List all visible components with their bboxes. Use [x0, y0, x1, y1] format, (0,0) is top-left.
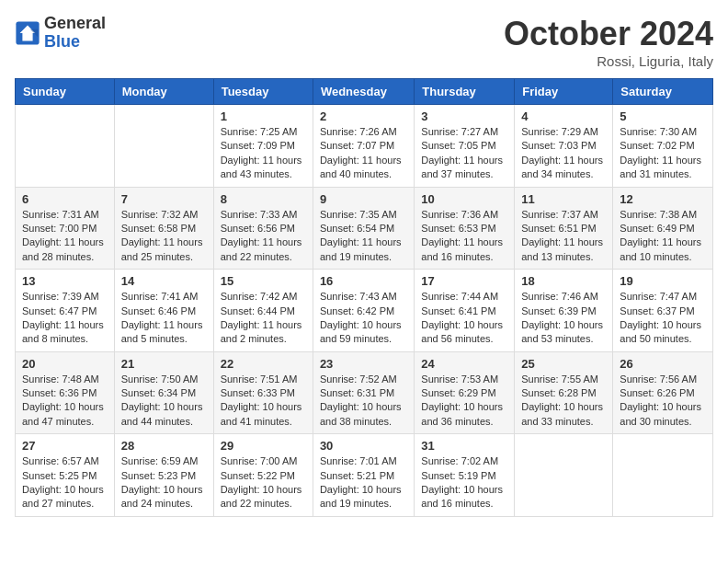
- cell-content: Sunrise: 7:02 AMSunset: 5:19 PMDaylight:…: [421, 454, 507, 511]
- calendar-week-row: 13Sunrise: 7:39 AMSunset: 6:47 PMDayligh…: [16, 270, 713, 352]
- day-number: 29: [221, 439, 306, 453]
- day-number: 3: [421, 109, 507, 123]
- calendar-week-row: 27Sunrise: 6:57 AMSunset: 5:25 PMDayligh…: [16, 434, 713, 517]
- column-header-friday: Friday: [515, 79, 613, 105]
- day-number: 2: [320, 109, 407, 123]
- calendar-cell: 21Sunrise: 7:50 AMSunset: 6:34 PMDayligh…: [114, 351, 213, 434]
- location: Rossi, Liguria, Italy: [504, 53, 713, 69]
- cell-content: Sunrise: 7:44 AMSunset: 6:41 PMDaylight:…: [421, 290, 507, 347]
- calendar-week-row: 20Sunrise: 7:48 AMSunset: 6:36 PMDayligh…: [16, 351, 713, 434]
- cell-content: Sunrise: 7:32 AMSunset: 6:58 PMDaylight:…: [121, 208, 207, 265]
- cell-content: Sunrise: 7:39 AMSunset: 6:47 PMDaylight:…: [22, 290, 108, 347]
- day-number: 25: [521, 357, 606, 371]
- calendar-cell: 12Sunrise: 7:38 AMSunset: 6:49 PMDayligh…: [613, 187, 713, 270]
- cell-content: Sunrise: 7:53 AMSunset: 6:29 PMDaylight:…: [421, 373, 507, 430]
- cell-content: Sunrise: 7:30 AMSunset: 7:02 PMDaylight:…: [620, 125, 706, 182]
- day-number: 22: [221, 357, 306, 371]
- calendar-cell: 27Sunrise: 6:57 AMSunset: 5:25 PMDayligh…: [16, 434, 115, 517]
- day-number: 7: [121, 192, 207, 206]
- calendar-cell: 23Sunrise: 7:52 AMSunset: 6:31 PMDayligh…: [313, 351, 414, 434]
- logo-text: General Blue: [44, 15, 106, 52]
- calendar-cell: 17Sunrise: 7:44 AMSunset: 6:41 PMDayligh…: [415, 270, 515, 352]
- logo: General Blue: [15, 15, 106, 52]
- day-number: 9: [320, 192, 407, 206]
- calendar-cell: 24Sunrise: 7:53 AMSunset: 6:29 PMDayligh…: [415, 351, 515, 434]
- day-number: 20: [22, 357, 108, 371]
- cell-content: Sunrise: 7:56 AMSunset: 6:26 PMDaylight:…: [620, 373, 706, 430]
- calendar-cell: 4Sunrise: 7:29 AMSunset: 7:03 PMDaylight…: [515, 105, 613, 188]
- calendar-cell: 22Sunrise: 7:51 AMSunset: 6:33 PMDayligh…: [213, 351, 313, 434]
- day-number: 6: [22, 192, 108, 206]
- cell-content: Sunrise: 7:38 AMSunset: 6:49 PMDaylight:…: [620, 208, 706, 265]
- calendar-cell: 2Sunrise: 7:26 AMSunset: 7:07 PMDaylight…: [313, 105, 414, 188]
- day-number: 19: [620, 274, 706, 288]
- calendar-week-row: 6Sunrise: 7:31 AMSunset: 7:00 PMDaylight…: [16, 187, 713, 270]
- calendar-cell: 3Sunrise: 7:27 AMSunset: 7:05 PMDaylight…: [415, 105, 515, 188]
- title-section: October 2024 Rossi, Liguria, Italy: [504, 15, 713, 69]
- day-number: 17: [421, 274, 507, 288]
- calendar-cell: 8Sunrise: 7:33 AMSunset: 6:56 PMDaylight…: [213, 187, 313, 270]
- day-number: 10: [421, 192, 507, 206]
- day-number: 21: [121, 357, 207, 371]
- cell-content: Sunrise: 7:00 AMSunset: 5:22 PMDaylight:…: [221, 454, 306, 511]
- day-number: 28: [121, 439, 207, 453]
- calendar-cell: 16Sunrise: 7:43 AMSunset: 6:42 PMDayligh…: [313, 270, 414, 352]
- calendar-cell: [114, 105, 213, 188]
- cell-content: Sunrise: 7:41 AMSunset: 6:46 PMDaylight:…: [121, 290, 207, 347]
- cell-content: Sunrise: 6:57 AMSunset: 5:25 PMDaylight:…: [22, 454, 108, 511]
- cell-content: Sunrise: 7:36 AMSunset: 6:53 PMDaylight:…: [421, 208, 507, 265]
- day-number: 27: [22, 439, 108, 453]
- cell-content: Sunrise: 7:25 AMSunset: 7:09 PMDaylight:…: [221, 125, 306, 182]
- day-number: 23: [320, 357, 407, 371]
- calendar-cell: 31Sunrise: 7:02 AMSunset: 5:19 PMDayligh…: [415, 434, 515, 517]
- calendar-cell: 28Sunrise: 6:59 AMSunset: 5:23 PMDayligh…: [114, 434, 213, 517]
- calendar-cell: 20Sunrise: 7:48 AMSunset: 6:36 PMDayligh…: [16, 351, 115, 434]
- calendar-table: SundayMondayTuesdayWednesdayThursdayFrid…: [15, 78, 713, 517]
- calendar-cell: 5Sunrise: 7:30 AMSunset: 7:02 PMDaylight…: [613, 105, 713, 188]
- logo-blue-text: Blue: [44, 33, 106, 52]
- cell-content: Sunrise: 7:47 AMSunset: 6:37 PMDaylight:…: [620, 290, 706, 347]
- calendar-week-row: 1Sunrise: 7:25 AMSunset: 7:09 PMDaylight…: [16, 105, 713, 188]
- calendar-cell: 29Sunrise: 7:00 AMSunset: 5:22 PMDayligh…: [213, 434, 313, 517]
- column-header-tuesday: Tuesday: [213, 79, 313, 105]
- day-number: 15: [221, 274, 306, 288]
- cell-content: Sunrise: 7:35 AMSunset: 6:54 PMDaylight:…: [320, 208, 407, 265]
- column-header-thursday: Thursday: [415, 79, 515, 105]
- calendar-header-row: SundayMondayTuesdayWednesdayThursdayFrid…: [16, 79, 713, 105]
- cell-content: Sunrise: 7:48 AMSunset: 6:36 PMDaylight:…: [22, 373, 108, 430]
- day-number: 8: [221, 192, 306, 206]
- calendar-cell: 15Sunrise: 7:42 AMSunset: 6:44 PMDayligh…: [213, 270, 313, 352]
- day-number: 1: [221, 109, 306, 123]
- calendar-cell: 6Sunrise: 7:31 AMSunset: 7:00 PMDaylight…: [16, 187, 115, 270]
- cell-content: Sunrise: 7:26 AMSunset: 7:07 PMDaylight:…: [320, 125, 407, 182]
- cell-content: Sunrise: 7:31 AMSunset: 7:00 PMDaylight:…: [22, 208, 108, 265]
- cell-content: Sunrise: 7:51 AMSunset: 6:33 PMDaylight:…: [221, 373, 306, 430]
- cell-content: Sunrise: 7:29 AMSunset: 7:03 PMDaylight:…: [521, 125, 606, 182]
- calendar-cell: 14Sunrise: 7:41 AMSunset: 6:46 PMDayligh…: [114, 270, 213, 352]
- day-number: 12: [620, 192, 706, 206]
- calendar-cell: 7Sunrise: 7:32 AMSunset: 6:58 PMDaylight…: [114, 187, 213, 270]
- column-header-wednesday: Wednesday: [313, 79, 414, 105]
- column-header-saturday: Saturday: [613, 79, 713, 105]
- calendar-cell: 18Sunrise: 7:46 AMSunset: 6:39 PMDayligh…: [515, 270, 613, 352]
- cell-content: Sunrise: 7:52 AMSunset: 6:31 PMDaylight:…: [320, 373, 407, 430]
- logo-icon: [15, 20, 40, 46]
- day-number: 16: [320, 274, 407, 288]
- calendar-cell: 10Sunrise: 7:36 AMSunset: 6:53 PMDayligh…: [415, 187, 515, 270]
- calendar-cell: 13Sunrise: 7:39 AMSunset: 6:47 PMDayligh…: [16, 270, 115, 352]
- day-number: 24: [421, 357, 507, 371]
- day-number: 30: [320, 439, 407, 453]
- column-header-monday: Monday: [114, 79, 213, 105]
- cell-content: Sunrise: 7:55 AMSunset: 6:28 PMDaylight:…: [521, 373, 606, 430]
- cell-content: Sunrise: 6:59 AMSunset: 5:23 PMDaylight:…: [121, 454, 207, 511]
- calendar-cell: 30Sunrise: 7:01 AMSunset: 5:21 PMDayligh…: [313, 434, 414, 517]
- cell-content: Sunrise: 7:33 AMSunset: 6:56 PMDaylight:…: [221, 208, 306, 265]
- day-number: 11: [521, 192, 606, 206]
- day-number: 26: [620, 357, 706, 371]
- calendar-cell: 26Sunrise: 7:56 AMSunset: 6:26 PMDayligh…: [613, 351, 713, 434]
- cell-content: Sunrise: 7:50 AMSunset: 6:34 PMDaylight:…: [121, 373, 207, 430]
- calendar-cell: 9Sunrise: 7:35 AMSunset: 6:54 PMDaylight…: [313, 187, 414, 270]
- column-header-sunday: Sunday: [16, 79, 115, 105]
- calendar-cell: [613, 434, 713, 517]
- calendar-cell: 25Sunrise: 7:55 AMSunset: 6:28 PMDayligh…: [515, 351, 613, 434]
